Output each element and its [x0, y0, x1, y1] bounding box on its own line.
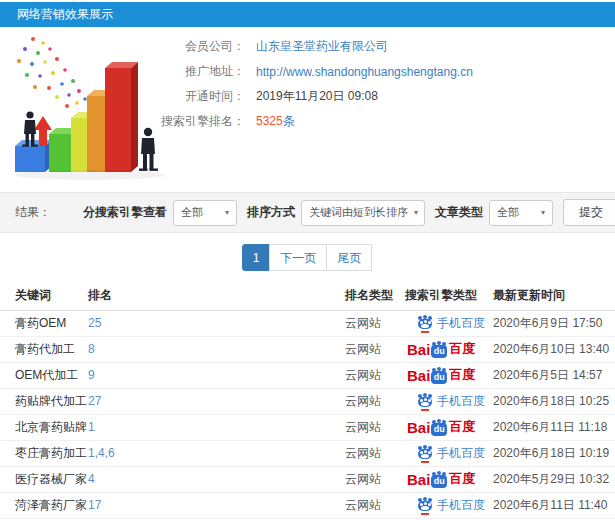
- baidu-logo: Baidu百度: [407, 418, 475, 436]
- rank-cell: 25: [88, 310, 345, 336]
- mobile-baidu-logo: 手机百度: [418, 315, 485, 332]
- title-bar: 网络营销效果展示: [0, 2, 615, 27]
- promo-url-link[interactable]: http://www.shandonghuangshengtang.cn: [256, 65, 473, 79]
- table-row: OEM代加工9云网站Baidu百度2020年6月5日 14:57: [0, 362, 615, 388]
- baidu-logo-bai: Bai: [407, 341, 430, 358]
- baidu-logo-cn: 百度: [449, 470, 475, 488]
- info-row-url: 推广地址： http://www.shandonghuangshengtang.…: [120, 62, 600, 81]
- keyword-cell: OEM代加工: [0, 362, 88, 388]
- table-row: 药贴牌代加工27云网站手机百度2020年6月18日 10:25: [0, 388, 615, 414]
- engine-type-cell: Baidu百度: [405, 466, 493, 492]
- table-body: 膏药OEM25云网站手机百度2020年6月9日 17:50膏药代加工8云网站Ba…: [0, 310, 615, 518]
- company-label: 会员公司：: [120, 38, 245, 55]
- page: 网络营销效果展示: [0, 0, 615, 520]
- engine-type-cell: Baidu百度: [405, 336, 493, 362]
- update-time-cell: 2020年6月9日 17:50: [493, 310, 615, 336]
- rank-link[interactable]: 4: [88, 472, 95, 486]
- rank-link[interactable]: 8: [88, 342, 95, 356]
- update-time-cell: 2020年5月29日 10:32: [493, 466, 615, 492]
- sort-select-value: 关键词由短到长排序: [309, 205, 408, 220]
- rank-count-suffix: 条: [283, 114, 295, 128]
- rank-cell: 4: [88, 466, 345, 492]
- article-type-select[interactable]: 全部 ▾: [489, 200, 553, 226]
- header-rank-type: 排名类型: [345, 281, 405, 310]
- baidu-logo-cn: 百度: [449, 418, 475, 436]
- rank-cell: 27: [88, 388, 345, 414]
- engine-rank-label: 搜索引擎排名：: [120, 113, 245, 130]
- rank-type-cell: 云网站: [345, 492, 405, 518]
- rank-cell: 1: [88, 414, 345, 440]
- article-type-select-value: 全部: [497, 205, 519, 220]
- engine-select[interactable]: 全部 ▾: [173, 200, 237, 226]
- mobile-baidu-logo: 手机百度: [418, 393, 485, 410]
- header-rank: 排名: [88, 281, 345, 310]
- baidu-logo: Baidu百度: [407, 340, 475, 358]
- header-engine-type: 搜索引擎类型: [405, 281, 493, 310]
- rank-type-cell: 云网站: [345, 310, 405, 336]
- next-page-button[interactable]: 下一页: [269, 244, 327, 271]
- rank-link[interactable]: 25: [88, 316, 101, 330]
- rank-link[interactable]: 9: [88, 368, 95, 382]
- keyword-cell: 膏药代加工: [0, 336, 88, 362]
- baidu-logo-bai: Bai: [407, 471, 430, 488]
- filter-controls: 分搜索引擎查看 全部 ▾ 排序方式 关键词由短到长排序 ▾ 文章类型 全部 ▾ …: [73, 199, 615, 226]
- baidu-paw-icon: du: [431, 471, 448, 488]
- keyword-cell: 药贴牌代加工: [0, 388, 88, 414]
- rank-type-cell: 云网站: [345, 388, 405, 414]
- table-row: 菏泽膏药厂家17云网站手机百度2020年6月11日 11:40: [0, 492, 615, 518]
- baidu-logo: Baidu百度: [407, 366, 475, 384]
- table-row: 膏药代加工8云网站Baidu百度2020年6月10日 13:40: [0, 336, 615, 362]
- engine-type-cell: 手机百度: [405, 310, 493, 336]
- open-time-label: 开通时间：: [120, 88, 245, 105]
- table-row: 枣庄膏药加工1,4,6云网站手机百度2020年6月18日 10:19: [0, 440, 615, 466]
- engine-filter-label: 分搜索引擎查看: [83, 204, 167, 221]
- update-time-cell: 2020年6月10日 13:40: [493, 336, 615, 362]
- rank-type-cell: 云网站: [345, 362, 405, 388]
- baidu-logo-cn: 百度: [449, 366, 475, 384]
- baidu-logo-du: du: [431, 371, 447, 384]
- mobile-baidu-logo: 手机百度: [418, 445, 485, 462]
- open-time-value: 2019年11月20日 09:08: [256, 88, 378, 105]
- rank-type-cell: 云网站: [345, 414, 405, 440]
- filter-bar: 结果： 分搜索引擎查看 全部 ▾ 排序方式 关键词由短到长排序 ▾ 文章类型 全…: [0, 192, 615, 233]
- engine-rank-count: 5325条: [256, 113, 295, 130]
- info-row-rank-count: 搜索引擎排名： 5325条: [120, 112, 600, 131]
- chevron-down-icon: ▾: [225, 208, 229, 217]
- rank-link[interactable]: 27: [88, 394, 101, 408]
- rank-link[interactable]: 1,4,6: [88, 446, 115, 460]
- baidu-paw-icon: du: [431, 367, 448, 384]
- rank-count-number: 5325: [256, 114, 283, 128]
- baidu-paw-icon: [418, 446, 432, 460]
- keyword-cell: 膏药OEM: [0, 310, 88, 336]
- engine-type-cell: 手机百度: [405, 492, 493, 518]
- company-link[interactable]: 山东皇圣堂药业有限公司: [256, 38, 388, 55]
- mobile-baidu-label: 手机百度: [437, 445, 485, 462]
- mobile-baidu-label: 手机百度: [437, 497, 485, 514]
- baidu-logo: Baidu百度: [407, 470, 475, 488]
- submit-button[interactable]: 提交: [563, 199, 615, 226]
- engine-select-value: 全部: [181, 205, 203, 220]
- confetti-dots: [17, 37, 87, 108]
- baidu-logo-du: du: [431, 345, 447, 358]
- rank-link[interactable]: 1: [88, 420, 95, 434]
- info-list: 会员公司： 山东皇圣堂药业有限公司 推广地址： http://www.shand…: [120, 37, 600, 137]
- mobile-baidu-label: 手机百度: [437, 315, 485, 332]
- rank-link[interactable]: 17: [88, 498, 101, 512]
- baidu-logo-bai: Bai: [407, 419, 430, 436]
- info-row-open-time: 开通时间： 2019年11月20日 09:08: [120, 87, 600, 106]
- table-row: 医疗器械厂家4云网站Baidu百度2020年5月29日 10:32: [0, 466, 615, 492]
- rank-cell: 1,4,6: [88, 440, 345, 466]
- page-1-button[interactable]: 1: [242, 244, 271, 271]
- info-row-company: 会员公司： 山东皇圣堂药业有限公司: [120, 37, 600, 56]
- baidu-paw-icon: [418, 498, 432, 512]
- last-page-button[interactable]: 尾页: [326, 244, 372, 271]
- update-time-cell: 2020年6月18日 10:19: [493, 440, 615, 466]
- engine-type-cell: Baidu百度: [405, 362, 493, 388]
- sort-select[interactable]: 关键词由短到长排序 ▾: [301, 200, 425, 226]
- rank-cell: 17: [88, 492, 345, 518]
- keyword-cell: 北京膏药贴牌: [0, 414, 88, 440]
- baidu-logo-bai: Bai: [407, 367, 430, 384]
- table-row: 北京膏药贴牌1云网站Baidu百度2020年6月11日 11:18: [0, 414, 615, 440]
- baidu-logo-cn: 百度: [449, 340, 475, 358]
- chevron-down-icon: ▾: [541, 208, 545, 217]
